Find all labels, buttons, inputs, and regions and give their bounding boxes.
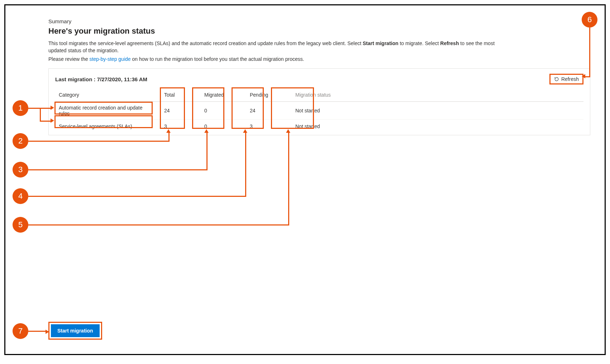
col-header-total: Total xyxy=(161,89,193,101)
row0-total: 24 xyxy=(161,105,193,116)
callout-connector-3v xyxy=(206,133,208,170)
callout-connector-2 xyxy=(28,141,170,142)
callout-connector-6v xyxy=(589,28,590,76)
callout-connector-4 xyxy=(28,196,246,197)
guide-suffix: on how to run the migration tool before … xyxy=(132,56,304,62)
guide-prefix: Please review the xyxy=(48,56,89,62)
callout-arrow-7 xyxy=(46,330,49,334)
callout-arrow-4 xyxy=(243,129,247,133)
annotation-box-start-migration: Start migration xyxy=(48,322,102,340)
callout-badge-3: 3 xyxy=(13,162,28,178)
row1-category: Service-level agreements (SLAs) xyxy=(55,121,153,132)
page-title: Here's your migration status xyxy=(48,26,590,36)
callout-arrow-3 xyxy=(204,129,209,133)
last-migration-label: Last migration : 7/27/2020, 11:36 AM xyxy=(55,76,147,82)
callout-connector-3 xyxy=(28,169,208,170)
last-migration-value: 7/27/2020, 11:36 AM xyxy=(97,76,147,82)
table-row[interactable]: Service-level agreements (SLAs) 3 0 3 No… xyxy=(55,119,583,133)
migration-panel: Last migration : 7/27/2020, 11:36 AM Ref… xyxy=(48,68,590,135)
row1-pending: 3 xyxy=(246,121,284,132)
callout-badge-6: 6 xyxy=(582,12,597,28)
callout-badge-7: 7 xyxy=(13,323,28,339)
callout-arrow-5 xyxy=(286,129,290,133)
window-frame: Summary Here's your migration status Thi… xyxy=(4,4,606,355)
callout-arrow-2 xyxy=(166,129,171,133)
col-header-category: Category xyxy=(55,89,153,101)
callout-arrow-6 xyxy=(582,74,585,78)
table-row[interactable]: Automatic record creation and update rul… xyxy=(55,102,583,119)
callout-connector-1b xyxy=(40,108,51,109)
callout-connector-7 xyxy=(28,331,46,332)
content-area: Summary Here's your migration status Thi… xyxy=(5,5,605,150)
migration-table: Category Total Migrated Pending Migratio… xyxy=(55,88,583,135)
description-bold-start-migration: Start migration xyxy=(363,40,399,46)
start-migration-button[interactable]: Start migration xyxy=(51,324,100,337)
callout-connector-2v xyxy=(168,133,170,142)
callout-arrow-1a xyxy=(51,106,54,110)
callout-badge-4: 4 xyxy=(13,188,28,204)
description-prefix: This tool migrates the service-level agr… xyxy=(48,40,363,46)
refresh-button[interactable]: Refresh xyxy=(549,74,583,84)
row0-status: Not started xyxy=(292,105,344,116)
row0-pending: 24 xyxy=(246,105,284,116)
step-by-step-guide-link[interactable]: step-by-step guide xyxy=(89,56,130,62)
callout-connector-6h xyxy=(585,76,590,77)
description-text: This tool migrates the service-level agr… xyxy=(48,40,507,54)
callout-badge-2: 2 xyxy=(13,133,28,149)
callout-badge-1: 1 xyxy=(13,100,28,116)
description-mid: to migrate. Select xyxy=(400,40,440,46)
summary-label: Summary xyxy=(48,18,590,24)
callout-connector-1c xyxy=(40,121,51,122)
col-header-pending: Pending xyxy=(246,89,284,101)
row1-total: 3 xyxy=(161,121,193,132)
last-migration-label-text: Last migration : xyxy=(55,76,96,82)
callout-connector-5v xyxy=(288,133,289,225)
callout-arrow-1b xyxy=(51,118,54,123)
refresh-icon xyxy=(554,77,559,82)
row0-migrated: 0 xyxy=(201,105,238,116)
callout-connector-5 xyxy=(28,224,289,225)
callout-badge-5: 5 xyxy=(13,217,28,233)
description-bold-refresh: Refresh xyxy=(440,40,459,46)
table-body: Automatic record creation and update rul… xyxy=(55,102,583,133)
guide-line: Please review the step-by-step guide on … xyxy=(48,56,590,62)
col-header-migrated: Migrated xyxy=(201,89,238,101)
table-header-row: Category Total Migrated Pending Migratio… xyxy=(55,88,583,102)
row1-status: Not started xyxy=(292,121,344,132)
refresh-label: Refresh xyxy=(561,76,579,82)
row0-category: Automatic record creation and update rul… xyxy=(55,102,153,119)
callout-connector-4v xyxy=(245,133,246,197)
col-header-status: Migration status xyxy=(292,89,344,101)
callout-connector-1v xyxy=(40,108,41,121)
